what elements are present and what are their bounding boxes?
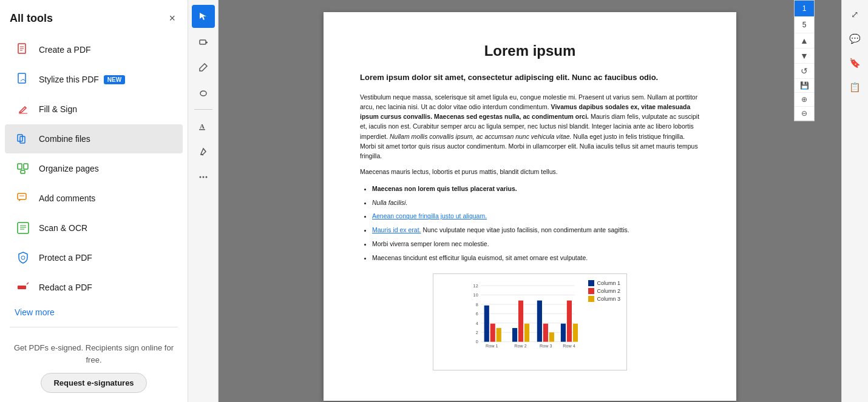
svg-rect-8 xyxy=(18,164,22,169)
svg-rect-44 xyxy=(484,306,489,342)
svg-rect-58 xyxy=(573,324,578,342)
fill-sign-label: Fill & Sign xyxy=(39,104,77,114)
svg-rect-53 xyxy=(543,324,548,342)
text-select-tool-button[interactable]: A xyxy=(192,115,215,138)
scan-ocr-icon xyxy=(15,219,32,236)
list-item: Maecenas non lorem quis tellus placerat … xyxy=(372,183,700,195)
doc-list: Maecenas non lorem quis tellus placerat … xyxy=(372,183,700,264)
combine-files-label: Combine files xyxy=(39,134,90,144)
copy-icon[interactable]: 📋 xyxy=(844,76,866,98)
circle-tool-button[interactable] xyxy=(192,81,215,104)
page-down-button[interactable]: ▼ xyxy=(795,49,814,64)
tools-list: Create a PDFStylize this PDFNEWFill & Si… xyxy=(0,35,188,303)
svg-point-28 xyxy=(202,176,204,178)
svg-text:10: 10 xyxy=(473,292,478,298)
list-item: Aenean congue fringilla justo ut aliquam… xyxy=(372,210,700,222)
pdf-page: Lorem ipsum Lorem ipsum dolor sit amet, … xyxy=(324,12,736,401)
divider xyxy=(10,327,178,327)
svg-rect-54 xyxy=(549,332,554,341)
scan-ocr-label: Scan & OCR xyxy=(39,223,87,233)
redact-pdf-label: Redact a PDF xyxy=(39,283,92,292)
sidebar-item-fill-sign[interactable]: Fill & Sign xyxy=(5,95,183,124)
sidebar-item-protect-pdf[interactable]: Protect a PDF xyxy=(5,243,183,272)
list-item: Mauris id ex erat. Nunc vulputate neque … xyxy=(372,224,700,236)
sidebar-item-stylize-pdf[interactable]: Stylize this PDFNEW xyxy=(5,65,183,94)
list-item: Nulla facilisi. xyxy=(372,197,700,209)
svg-rect-46 xyxy=(497,328,501,342)
view-more-link[interactable]: View more xyxy=(0,303,188,322)
svg-rect-4 xyxy=(18,73,25,83)
svg-point-27 xyxy=(199,176,201,178)
svg-text:4: 4 xyxy=(476,320,478,326)
pencil-tool-button[interactable] xyxy=(192,56,215,79)
total-pages[interactable]: 5 xyxy=(795,17,814,33)
svg-text:Row 3: Row 3 xyxy=(540,343,552,349)
svg-text:Row 1: Row 1 xyxy=(486,343,498,349)
combine-files-icon xyxy=(15,130,32,147)
svg-text:0: 0 xyxy=(476,339,478,344)
svg-rect-49 xyxy=(518,301,523,342)
svg-rect-9 xyxy=(24,164,28,169)
current-page[interactable]: 1 xyxy=(795,1,814,17)
protect-pdf-icon xyxy=(15,249,32,266)
sidebar-item-redact-pdf[interactable]: Redact a PDF xyxy=(5,273,183,302)
panel-title: All tools xyxy=(10,12,53,25)
reload-button[interactable]: ↺ xyxy=(795,64,814,79)
svg-text:6: 6 xyxy=(476,311,478,317)
svg-text:2: 2 xyxy=(476,330,478,335)
doc-body-2: Maecenas mauris lectus, lobortis et puru… xyxy=(360,167,700,176)
comment-icon[interactable]: 💬 xyxy=(844,28,866,50)
bookmark-icon[interactable]: 🔖 xyxy=(844,52,866,74)
svg-text:12: 12 xyxy=(473,283,478,289)
svg-rect-57 xyxy=(567,301,572,342)
main-content: Lorem ipsum Lorem ipsum dolor sit amet, … xyxy=(219,0,841,402)
zoom-in-button[interactable]: ⊕ xyxy=(795,93,814,107)
close-button[interactable]: × xyxy=(166,10,178,27)
panel-header: All tools × xyxy=(0,0,188,35)
request-signatures-button[interactable]: Request e-signatures xyxy=(41,373,146,393)
svg-rect-45 xyxy=(490,324,495,342)
pdf-viewer[interactable]: Lorem ipsum Lorem ipsum dolor sit amet, … xyxy=(219,0,841,402)
sidebar-item-create-pdf[interactable]: Create a PDF xyxy=(5,35,183,64)
doc-title: Lorem ipsum xyxy=(360,42,700,59)
svg-text:A: A xyxy=(200,122,205,130)
toolbar-separator xyxy=(194,109,212,110)
organize-pages-icon xyxy=(15,160,32,177)
svg-rect-56 xyxy=(561,324,566,342)
create-pdf-label: Create a PDF xyxy=(39,45,91,55)
svg-rect-18 xyxy=(18,286,26,289)
svg-point-17 xyxy=(21,256,25,260)
toolbar: A xyxy=(188,0,219,402)
zoom-out-button[interactable]: ⊖ xyxy=(795,107,814,121)
redact-pdf-icon xyxy=(15,279,32,296)
page-panel: 1 5 ▲ ▼ ↺ 💾 ⊕ ⊖ xyxy=(794,0,815,121)
expand-icon[interactable]: ⤢ xyxy=(844,4,866,25)
organize-pages-label: Organize pages xyxy=(39,164,99,173)
page-up-button[interactable]: ▲ xyxy=(795,33,814,49)
sidebar-item-add-comments[interactable]: Add comments xyxy=(5,184,183,213)
svg-rect-25 xyxy=(199,129,205,130)
list-item: Morbi viverra semper lorem nec molestie. xyxy=(372,238,700,250)
highlighter-tool-button[interactable] xyxy=(192,140,215,163)
svg-rect-13 xyxy=(18,223,29,233)
svg-rect-48 xyxy=(512,328,517,342)
select-tool-button[interactable] xyxy=(192,5,215,28)
svg-rect-52 xyxy=(537,301,542,342)
svg-text:Row 2: Row 2 xyxy=(514,343,527,349)
legend-col3: Column 3 xyxy=(597,296,620,302)
sidebar-item-organize-pages[interactable]: Organize pages xyxy=(5,154,183,183)
legend-col2: Column 2 xyxy=(597,288,620,294)
list-item: Maecenas tincidunt est efficitur ligula … xyxy=(372,252,700,264)
sidebar-item-combine-files[interactable]: Combine files xyxy=(5,124,183,153)
add-comments-icon xyxy=(15,190,32,207)
sidebar-item-scan-ocr[interactable]: Scan & OCR xyxy=(5,213,183,243)
svg-point-23 xyxy=(200,91,206,96)
doc-body-1: Vestibulum neque massa, scelerisque sit … xyxy=(360,92,700,161)
chart-area: 12 10 8 6 4 2 0 xyxy=(360,273,700,370)
svg-rect-10 xyxy=(21,170,25,173)
add-text-tool-button[interactable] xyxy=(192,30,215,53)
svg-rect-11 xyxy=(18,193,26,199)
svg-text:Row 4: Row 4 xyxy=(563,343,575,349)
save-icon-button[interactable]: 💾 xyxy=(795,79,814,93)
more-dots-tool-button[interactable] xyxy=(192,166,215,189)
